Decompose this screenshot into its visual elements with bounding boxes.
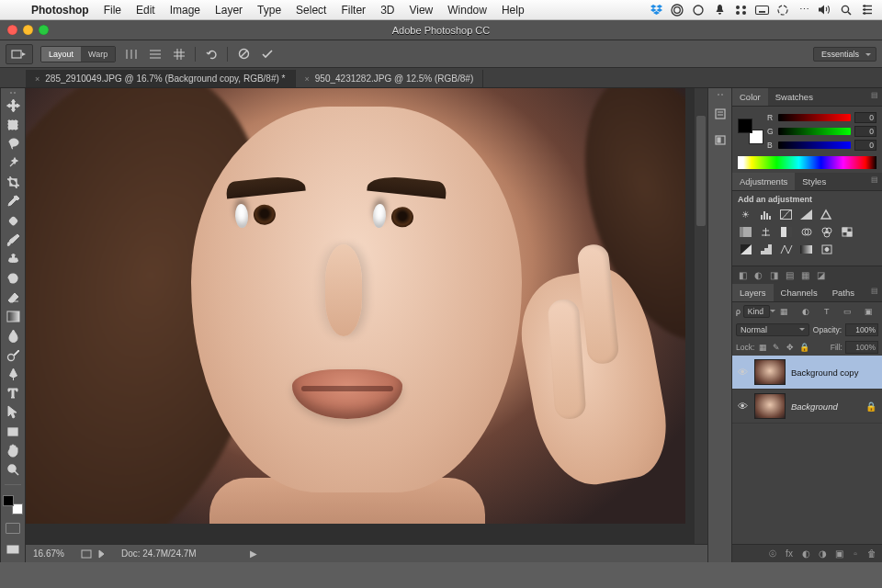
tab-styles[interactable]: Styles — [795, 173, 833, 190]
menu-layer[interactable]: Layer — [208, 4, 250, 17]
filter-adjustment-icon[interactable]: ◐ — [799, 305, 812, 318]
align-vertical-icon[interactable] — [123, 46, 140, 62]
color-balance-icon[interactable] — [758, 225, 774, 239]
lock-pixels-icon[interactable]: ✎ — [771, 342, 782, 353]
crop-tool[interactable] — [2, 174, 24, 192]
healing-brush-tool[interactable] — [2, 211, 24, 230]
marquee-tool[interactable] — [2, 116, 24, 134]
menu-image[interactable]: Image — [163, 4, 208, 17]
gradient-tool[interactable] — [2, 308, 24, 326]
channel-mixer-icon[interactable] — [819, 225, 834, 239]
blur-tool[interactable] — [2, 327, 24, 345]
preset-icon[interactable]: ◧ — [736, 269, 749, 282]
properties-panel-icon[interactable] — [713, 132, 728, 147]
visibility-toggle-icon[interactable]: 👁 — [736, 401, 749, 412]
filter-smart-icon[interactable]: ▣ — [863, 305, 876, 318]
tab-swatches[interactable]: Swatches — [768, 88, 820, 106]
preset-icon[interactable]: ▦ — [798, 269, 811, 282]
preset-icon[interactable]: ◪ — [814, 269, 827, 282]
dodge-tool[interactable] — [2, 345, 24, 364]
status-nav-icon[interactable] — [81, 549, 105, 559]
menu-select[interactable]: Select — [288, 4, 334, 17]
cancel-icon[interactable] — [235, 46, 252, 62]
photo-filter-icon[interactable] — [798, 225, 814, 239]
volume-icon[interactable] — [818, 4, 832, 17]
brush-tool[interactable] — [2, 231, 24, 249]
cc-icon[interactable] — [670, 4, 684, 17]
hand-tool[interactable] — [2, 442, 24, 460]
tab-layers[interactable]: Layers — [732, 284, 774, 301]
foreground-background-colors[interactable] — [3, 495, 23, 515]
mode-warp[interactable]: Warp — [81, 47, 115, 62]
vibrance-icon[interactable] — [819, 208, 834, 221]
sync-status-icon[interactable] — [691, 4, 706, 17]
menu-edit[interactable]: Edit — [129, 4, 163, 17]
zoom-tool[interactable] — [2, 461, 24, 480]
filter-type-icon[interactable]: T — [820, 305, 833, 318]
lock-position-icon[interactable]: ✥ — [785, 342, 796, 353]
g-value[interactable]: 0 — [854, 126, 876, 137]
quick-mask-toggle[interactable] — [6, 523, 20, 534]
move-tool[interactable] — [2, 96, 24, 115]
r-value[interactable]: 0 — [854, 112, 876, 123]
doc-size[interactable]: Doc: 24.7M/24.7M — [121, 548, 197, 559]
color-spectrum[interactable] — [738, 156, 876, 169]
blend-mode-dropdown[interactable]: Normal — [736, 323, 809, 336]
close-tab-icon[interactable]: × — [35, 74, 40, 84]
notifications-icon[interactable] — [712, 4, 727, 17]
cloud-sync-icon[interactable] — [775, 4, 790, 17]
delete-layer-icon[interactable]: 🗑 — [865, 548, 878, 560]
pen-tool[interactable] — [2, 365, 24, 383]
color-fg-bg-swatch[interactable] — [738, 119, 763, 144]
vertical-scrollbar[interactable] — [695, 88, 707, 544]
opacity-value[interactable]: 100% — [845, 323, 878, 336]
notification-center-icon[interactable] — [860, 4, 875, 17]
lasso-tool[interactable] — [2, 135, 24, 153]
layer-row[interactable]: 👁 Background 🔒 — [732, 390, 882, 424]
magic-wand-tool[interactable] — [2, 154, 24, 173]
lock-transparency-icon[interactable]: ▦ — [757, 342, 768, 353]
panel-grip[interactable] — [10, 92, 16, 94]
dots-icon[interactable]: ⋯ — [797, 4, 811, 17]
menu-file[interactable]: File — [96, 4, 129, 17]
type-tool[interactable] — [2, 384, 24, 402]
visibility-toggle-icon[interactable]: 👁 — [736, 367, 749, 378]
util-icon[interactable] — [733, 4, 748, 17]
black-white-icon[interactable] — [778, 225, 794, 239]
menu-help[interactable]: Help — [494, 4, 532, 17]
menu-window[interactable]: Window — [440, 4, 494, 17]
preset-icon[interactable]: ▤ — [783, 269, 796, 282]
posterize-icon[interactable] — [758, 243, 774, 256]
hue-sat-icon[interactable] — [738, 225, 753, 239]
lock-all-icon[interactable]: 🔒 — [798, 342, 809, 353]
history-panel-icon[interactable] — [713, 107, 728, 121]
history-brush-tool[interactable] — [2, 269, 24, 288]
g-slider[interactable] — [778, 128, 851, 135]
filter-shape-icon[interactable]: ▭ — [842, 305, 854, 318]
commit-icon[interactable] — [259, 46, 276, 62]
threshold-icon[interactable] — [778, 243, 794, 256]
levels-icon[interactable] — [758, 208, 774, 221]
screen-mode-switch[interactable] — [2, 540, 24, 559]
link-layers-icon[interactable]: ⦾ — [766, 548, 779, 560]
filter-pixel-icon[interactable]: ▦ — [778, 305, 791, 318]
tab-channels[interactable]: Channels — [774, 284, 825, 301]
selective-color-icon[interactable] — [819, 243, 834, 256]
dropbox-icon[interactable] — [649, 4, 663, 17]
canvas[interactable] — [26, 88, 707, 544]
layer-thumbnail[interactable] — [754, 393, 786, 419]
preset-icon[interactable]: ◨ — [767, 269, 780, 282]
clone-stamp-tool[interactable] — [2, 250, 24, 268]
menu-3d[interactable]: 3D — [373, 4, 401, 17]
b-slider[interactable] — [778, 141, 851, 149]
new-adjustment-icon[interactable]: ◑ — [816, 548, 829, 560]
invert-icon[interactable] — [738, 243, 753, 256]
eyedropper-tool[interactable] — [2, 192, 24, 210]
menu-view[interactable]: View — [401, 4, 440, 17]
layer-mask-icon[interactable]: ◐ — [799, 548, 812, 560]
keyboard-icon[interactable] — [754, 4, 769, 17]
menu-type[interactable]: Type — [250, 4, 288, 17]
app-menu[interactable]: Photoshop — [24, 4, 96, 17]
document-tab[interactable]: × 285_2910049.JPG @ 16.7% (Background co… — [26, 70, 296, 87]
new-layer-icon[interactable]: ▫ — [849, 548, 862, 560]
